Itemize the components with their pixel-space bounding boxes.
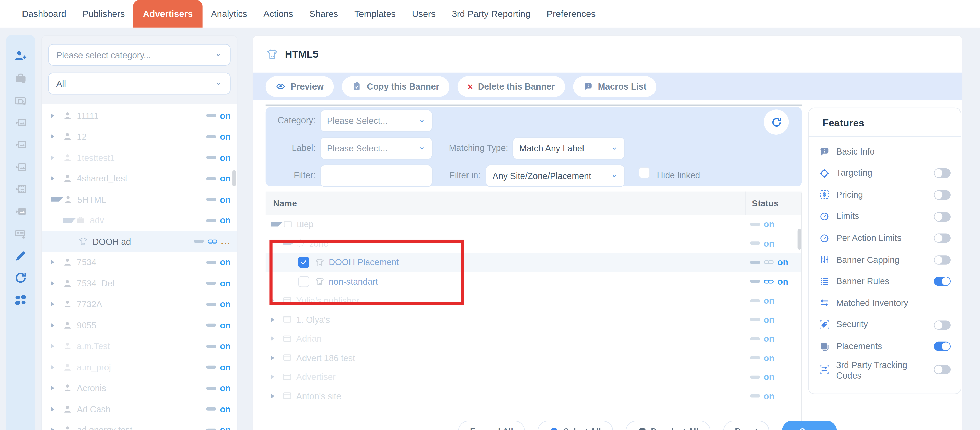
toggle-dash[interactable] [206, 156, 216, 159]
nav-analytics[interactable]: Analytics [203, 0, 256, 28]
toggle-dash[interactable] [206, 345, 216, 348]
toggle-dash[interactable] [750, 337, 760, 340]
add-video-banner-icon[interactable] [14, 182, 28, 196]
select-all-button[interactable]: Select All [538, 420, 613, 430]
collapse-icon[interactable] [63, 218, 76, 222]
table-scrollbar[interactable] [798, 229, 802, 250]
banner-rules-toggle[interactable] [934, 277, 951, 286]
save-button[interactable]: Save [782, 420, 837, 430]
toggle-dash[interactable] [750, 261, 760, 264]
table-row[interactable]: Yulia's publisheron [266, 291, 802, 310]
refresh-rail-icon[interactable] [14, 271, 28, 285]
table-row[interactable]: zoneon [266, 234, 802, 253]
nav-3rd-party-reporting[interactable]: 3rd Party Reporting [444, 0, 539, 28]
toggle-dash[interactable] [750, 222, 760, 225]
expand-all-button[interactable]: Expand All [458, 420, 525, 430]
more-menu[interactable]: ... [221, 237, 231, 246]
expand-icon[interactable] [270, 355, 282, 360]
add-image-banner-icon[interactable] [14, 160, 28, 174]
toggle-dash[interactable] [750, 242, 760, 245]
tracking-codes-toggle[interactable] [934, 365, 951, 374]
tree-item[interactable]: 11111on [42, 105, 237, 126]
nav-preferences[interactable]: Preferences [539, 0, 604, 28]
filter-input[interactable] [320, 165, 433, 187]
expand-icon[interactable] [51, 134, 62, 139]
tree-item-campaign[interactable]: advon [42, 210, 237, 231]
tree-item[interactable]: Ad Cashon [42, 398, 237, 419]
toggle-dash[interactable] [206, 408, 216, 411]
feature-basic-info[interactable]: Basic Info [819, 141, 951, 162]
feature-banner-capping[interactable]: Banner Capping [819, 249, 951, 271]
expand-icon[interactable] [270, 336, 282, 341]
targeting-toggle[interactable] [934, 169, 951, 178]
add-picture-banner-icon[interactable] [14, 205, 28, 218]
groups-icon[interactable] [14, 293, 28, 307]
add-custom-banner-icon[interactable] [14, 137, 28, 152]
matching-type-select[interactable]: Match Any Label [512, 137, 625, 160]
expand-icon[interactable] [270, 298, 282, 303]
expand-icon[interactable] [51, 113, 62, 118]
tree-item[interactable]: a.m.Teston [42, 336, 237, 357]
collapse-icon[interactable] [270, 222, 282, 226]
edit-icon[interactable] [14, 249, 28, 262]
macros-list-button[interactable]: Macros List [573, 76, 656, 97]
expand-icon[interactable] [270, 374, 282, 380]
expand-icon[interactable] [51, 407, 62, 412]
expand-icon[interactable] [51, 302, 62, 307]
add-banner-icon[interactable] [14, 115, 28, 129]
tree-item[interactable]: a.m_projon [42, 356, 237, 377]
add-user-icon[interactable] [14, 49, 28, 63]
expand-icon[interactable] [270, 317, 282, 322]
feature-targeting[interactable]: Targeting [819, 162, 951, 184]
tree-scrollbar[interactable] [232, 170, 235, 187]
feature-per-action-limits[interactable]: Per Action Limits [819, 227, 951, 249]
tree-item[interactable]: ad.energy teston [42, 419, 237, 430]
table-scroll-track[interactable] [801, 193, 802, 430]
security-toggle[interactable] [934, 320, 951, 329]
toggle-dash[interactable] [750, 395, 760, 398]
toggle-dash[interactable] [206, 428, 216, 430]
toggle-dash[interactable] [206, 282, 216, 285]
pricing-toggle[interactable] [934, 190, 951, 200]
deselect-all-button[interactable]: Deselect All [625, 420, 711, 430]
feature-3rd-party-tracking[interactable]: 3rd Party Tracking Codes [819, 357, 951, 392]
tree-item[interactable]: 7534_Delon [42, 273, 237, 294]
add-campaign-icon[interactable] [14, 71, 28, 85]
toggle-dash[interactable] [206, 114, 216, 117]
feature-pricing[interactable]: $Pricing [819, 184, 951, 206]
toggle-dash[interactable] [750, 375, 760, 378]
table-row[interactable]: Advertiseron [266, 367, 802, 387]
table-row[interactable]: шерon [266, 214, 802, 234]
feature-matched-inventory[interactable]: Matched Inventory [819, 293, 951, 314]
tree-item[interactable]: 5HTMLon [42, 189, 237, 210]
category-filter-select[interactable]: Please Select... [320, 109, 433, 132]
feature-banner-rules[interactable]: Banner Rules [819, 271, 951, 293]
toggle-dash[interactable] [750, 356, 760, 360]
toggle-dash[interactable] [206, 324, 216, 327]
table-row[interactable]: 1. Olya'son [266, 310, 802, 329]
nav-users[interactable]: Users [404, 0, 444, 28]
category-select[interactable]: Please select category... [48, 44, 231, 66]
tree-item-banner-selected[interactable]: DOOH ad... [42, 231, 237, 252]
toggle-dash[interactable] [206, 198, 216, 201]
nav-templates[interactable]: Templates [346, 0, 404, 28]
collapse-icon[interactable] [51, 197, 63, 201]
toggle-dash[interactable] [206, 219, 216, 222]
placement-checkbox[interactable] [298, 276, 309, 287]
delete-banner-button[interactable]: ×Delete this Banner [457, 76, 565, 97]
expand-icon[interactable] [51, 428, 62, 430]
tree-item[interactable]: 9055on [42, 315, 237, 336]
expand-icon[interactable] [51, 176, 62, 181]
hide-linked-checkbox[interactable] [639, 167, 650, 178]
table-row[interactable]: Anton's siteon [266, 387, 802, 406]
feature-placements[interactable]: Placements [819, 336, 951, 357]
nav-advertisers[interactable]: Advertisers [133, 0, 203, 28]
add-html5-banner-icon[interactable] [14, 93, 28, 107]
feature-security[interactable]: Security [819, 314, 951, 336]
feature-limits[interactable]: Limits [819, 206, 951, 227]
expand-icon[interactable] [51, 323, 62, 328]
limits-toggle[interactable] [934, 212, 951, 221]
table-row[interactable]: Adrianon [266, 329, 802, 348]
copy-banner-button[interactable]: Copy this Banner [342, 76, 449, 97]
toggle-dash[interactable] [206, 177, 216, 180]
